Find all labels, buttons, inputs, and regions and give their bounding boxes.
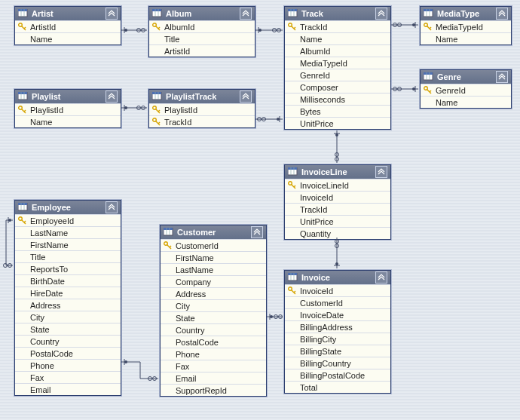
rel-invoiceline-track[interactable] [334,130,340,163]
rel-track-album[interactable] [255,27,283,33]
rel-invoice-customer[interactable] [267,314,283,320]
rel-playlisttrack-playlist[interactable] [121,105,147,111]
rel-playlisttrack-track[interactable] [255,116,283,122]
relationships-layer [0,0,520,420]
rel-track-mediatype[interactable] [391,22,418,28]
rel-customer-employee[interactable] [121,359,158,381]
rel-album-artist[interactable] [121,27,147,33]
rel-employee-employee[interactable] [4,217,14,268]
rel-track-genre[interactable] [391,86,418,92]
rel-invoiceline-invoice[interactable] [334,238,340,268]
